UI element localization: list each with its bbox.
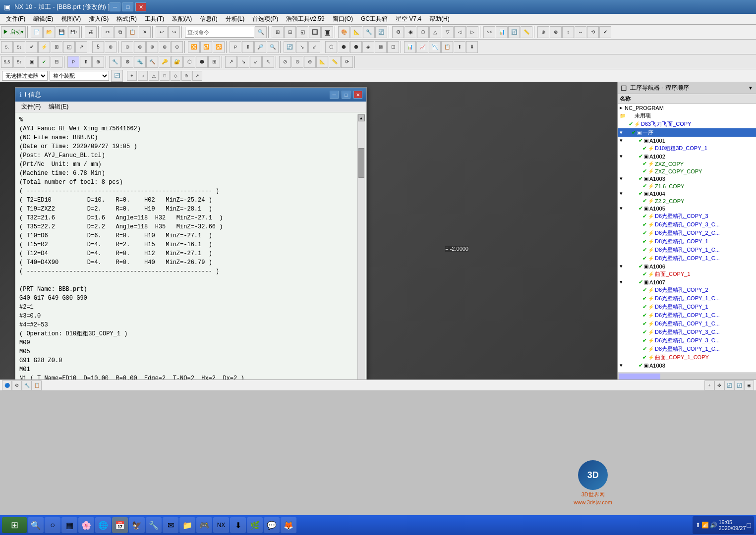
tb-icon-12[interactable]: ⊕ (537, 26, 549, 38)
status-icon-3[interactable]: 🔧 (22, 380, 32, 390)
tb2-20[interactable]: 🔎 (254, 41, 266, 53)
panel-checkbox[interactable]: ☐ (621, 84, 627, 92)
tb2-9[interactable]: ⊕ (105, 41, 116, 53)
tb-icon-13[interactable]: ⊗ (550, 26, 562, 38)
tb2-14[interactable]: ⊝ (171, 41, 183, 53)
close-button[interactable]: ✕ (135, 2, 146, 11)
tb-icon-4[interactable]: △ (429, 26, 441, 38)
tree-item-19[interactable]: ✔⚡D8光壁精孔_COPY_1_C... (618, 254, 756, 263)
tb2-2[interactable]: 5↓ (13, 41, 25, 53)
tb3-5[interactable]: ⊟ (51, 56, 62, 68)
tree-item-27[interactable]: ✔⚡D6光壁精孔_COPY_1_C... (618, 320, 756, 328)
paste-btn[interactable]: 📋 (126, 26, 138, 38)
taskbar-icon-12[interactable]: 💬 (264, 517, 280, 533)
tb3-12[interactable]: 🔨 (146, 56, 158, 68)
tb2-23[interactable]: ↘ (296, 41, 308, 53)
tb2-11[interactable]: ⊚ (134, 41, 146, 53)
tree-item-17[interactable]: ✔⚡D8光壁精孔_COPY_1 (618, 237, 756, 246)
tb-icon-10[interactable]: 🔃 (508, 26, 520, 38)
tb3-18[interactable]: ↗ (225, 56, 237, 68)
tb2-33[interactable]: 📉 (429, 41, 441, 53)
scroll-up-btn[interactable]: ▲ (358, 114, 365, 121)
tb3-27[interactable]: ⟳ (341, 56, 353, 68)
tree-item-21[interactable]: ✔⚡曲面_COPY_1 (618, 270, 756, 278)
tb2-6[interactable]: ◰ (63, 41, 75, 53)
view-btn-1[interactable]: ⊞ (272, 26, 284, 38)
dialog-maximize[interactable]: □ (342, 91, 350, 99)
tb2-34[interactable]: 📋 (441, 41, 453, 53)
tree-item-14[interactable]: ✔⚡D6光壁精孔_COPY_3 (618, 212, 756, 220)
taskbar-icon-2[interactable]: 🌐 (95, 517, 111, 533)
tb3-2[interactable]: 5↑ (13, 56, 25, 68)
snap-btn-4[interactable]: □ (160, 71, 170, 81)
saveas-btn[interactable]: 💾+ (68, 26, 80, 38)
search-input[interactable] (185, 27, 254, 38)
taskbar-icon-3[interactable]: 📅 (112, 517, 128, 533)
tree-item-30[interactable]: ✔⚡D8光壁精孔_COPY_1_C... (618, 345, 756, 353)
snap-btn-2[interactable]: ○ (138, 71, 148, 81)
tb-icon-3[interactable]: ⬡ (417, 26, 429, 38)
view-btn-2[interactable]: ⊟ (284, 26, 296, 38)
tree-item-20[interactable]: ▾ ✔▣ A1006 (618, 263, 756, 270)
tb2-26[interactable]: ⬢ (338, 41, 349, 53)
status-icon-6[interactable]: ✤ (714, 380, 724, 390)
tb2-31[interactable]: 📊 (404, 41, 416, 53)
status-icon-9[interactable]: ◉ (744, 380, 754, 390)
taskbar-icon-1[interactable]: 🌸 (78, 517, 94, 533)
dialog-scrollbar[interactable]: ▲ ▼ (357, 114, 364, 379)
menu-format[interactable]: 格式(R) (113, 14, 141, 24)
snap-btn-7[interactable]: ↗ (192, 71, 202, 81)
tb2-22[interactable]: 🔄 (284, 41, 295, 53)
tb2-25[interactable]: ⬡ (325, 41, 337, 53)
taskbar-icon-8[interactable]: 🎮 (196, 517, 212, 533)
snap-btn-5[interactable]: ◇ (171, 71, 180, 81)
menu-help[interactable]: 帮助(H) (425, 14, 454, 24)
tree-item-7[interactable]: ✔⚡ZXZ_COPY (618, 160, 756, 167)
tb2-15[interactable]: 🔀 (188, 41, 200, 53)
tree-item-29[interactable]: ✔⚡D6光壁精孔_COPY_3_C... (618, 336, 756, 345)
tree-item-32[interactable]: ▾ ✔▣ A1008 (618, 362, 756, 369)
dialog-close[interactable]: ✕ (353, 91, 362, 99)
taskbar-icon-11[interactable]: 🌿 (247, 517, 263, 533)
view-btn-4[interactable]: 🔲 (309, 26, 321, 38)
filter-select[interactable]: 无选择过滤器 (2, 71, 48, 81)
tb3-1[interactable]: 5,5 (1, 56, 13, 68)
tb-icon-17[interactable]: ✔ (599, 26, 611, 38)
tree-item-11[interactable]: ▾ ✔▣ A1004 (618, 190, 756, 197)
tb2-3[interactable]: ✔ (26, 41, 38, 53)
tree-item-1[interactable]: 📁 未用项 (618, 111, 756, 120)
tb3-10[interactable]: ⚙ (121, 56, 133, 68)
taskbar-taskview-icon[interactable]: ▦ (61, 517, 77, 533)
tree-item-12[interactable]: ✔⚡Z2.2_COPY (618, 197, 756, 205)
snap-btn-3[interactable]: △ (149, 71, 159, 81)
snap-btn-6[interactable]: ⊕ (181, 71, 191, 81)
tb3-3[interactable]: ▣ (26, 56, 38, 68)
tb2-19[interactable]: ⬆ (242, 41, 254, 53)
viewport[interactable]: 刀轨列表有 5127 行。 (0, 82, 617, 379)
orient-btn[interactable]: 🔄 (375, 26, 387, 38)
tb2-36[interactable]: ⬇ (466, 41, 478, 53)
tb-icon-7[interactable]: ▷ (466, 26, 478, 38)
panel-expand-btn[interactable]: ▼ (748, 85, 753, 91)
tree-item-22[interactable]: ▾ ✔▣ A1007 (618, 278, 756, 286)
tree-item-13[interactable]: ▾ ✔▣ A1005 (618, 205, 756, 212)
menu-info[interactable]: 信息(I) (196, 14, 221, 24)
menu-window[interactable]: 窗口(O) (329, 14, 357, 24)
tb2-8[interactable]: 5 (92, 41, 104, 53)
taskbar-icon-7[interactable]: 📁 (179, 517, 195, 533)
tb2-10[interactable]: ⊙ (121, 41, 133, 53)
minimize-button[interactable]: ─ (110, 2, 120, 11)
tree-item-8[interactable]: ✔⚡ZXZ_COPY_COPY (618, 167, 756, 175)
redo-btn[interactable]: ↪ (168, 26, 180, 38)
tb2-16[interactable]: 🔁 (200, 41, 212, 53)
start-button[interactable]: ⊞ (2, 517, 27, 533)
delete-btn[interactable]: ✕ (139, 26, 151, 38)
tb3-4[interactable]: ✔ (38, 56, 50, 68)
snap-btn-1[interactable]: + (127, 71, 137, 81)
status-icon-2[interactable]: ⚙ (12, 380, 22, 390)
tb3-22[interactable]: ⊘ (279, 56, 291, 68)
new-btn[interactable]: 📄 (31, 26, 43, 38)
tree-item-16[interactable]: ✔⚡D6光壁精孔_COPY_2_C... (618, 229, 756, 237)
tree-item-25[interactable]: ✔⚡D6光壁精孔_COPY_1 (618, 303, 756, 311)
tray-icon-1[interactable]: ⬆ (696, 522, 700, 529)
